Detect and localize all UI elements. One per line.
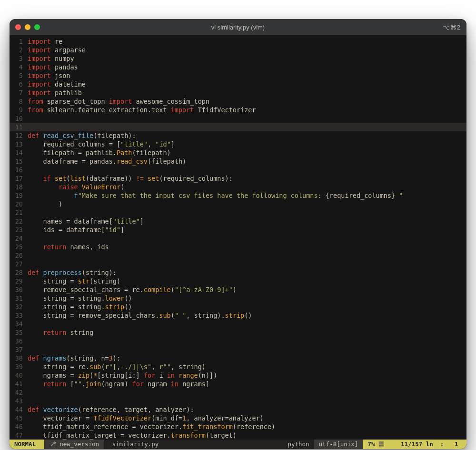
code-line[interactable]: 37 xyxy=(10,345,466,354)
code-line[interactable]: 34 xyxy=(10,320,466,328)
code-line[interactable]: 39 string = re.sub(r"[,-./]|\s", r"", st… xyxy=(10,362,466,371)
code-line[interactable]: 41 return ["".join(ngram) for ngram in n… xyxy=(10,380,466,388)
code-text xyxy=(28,234,462,243)
code-line[interactable]: 16 xyxy=(10,166,466,174)
status-percent: 7% ☰ xyxy=(363,440,389,449)
code-line[interactable]: 33 string = remove_special_chars.sub(" "… xyxy=(10,311,466,320)
code-line[interactable]: 13 required_columns = ["title", "id"] xyxy=(10,140,466,148)
code-text: ids = dataframe["id"] xyxy=(28,225,462,234)
code-text: string = string.strip() xyxy=(28,303,462,311)
code-line[interactable]: 44def vectorize(reference, target, analy… xyxy=(10,405,466,414)
code-line[interactable]: 42 xyxy=(10,388,466,397)
code-line[interactable]: 23 ids = dataframe["id"] xyxy=(10,225,466,234)
code-text: remove_special_chars = re.compile("[^a-z… xyxy=(28,285,462,294)
code-text: dataframe = pandas.read_csv(filepath) xyxy=(28,157,462,166)
code-line[interactable]: 31 string = string.lower() xyxy=(10,294,466,303)
code-line[interactable]: 21 xyxy=(10,208,466,217)
code-text xyxy=(28,337,462,345)
code-text: required_columns = ["title", "id"] xyxy=(28,140,462,148)
line-number: 35 xyxy=(10,328,28,337)
line-number: 20 xyxy=(10,200,28,208)
code-line[interactable]: 25 return names, ids xyxy=(10,243,466,251)
code-line[interactable]: 35 return string xyxy=(10,328,466,337)
code-text: import json xyxy=(28,71,462,80)
code-line[interactable]: 32 string = string.strip() xyxy=(10,303,466,311)
status-branch: ⎇ new_version xyxy=(44,440,104,449)
code-line[interactable]: 29 string = str(string) xyxy=(10,277,466,285)
minimize-icon[interactable] xyxy=(25,24,30,30)
line-number: 5 xyxy=(10,71,28,80)
code-line[interactable]: 15 dataframe = pandas.read_csv(filepath) xyxy=(10,157,466,166)
line-number: 14 xyxy=(10,148,28,157)
code-line[interactable]: 26 xyxy=(10,251,466,260)
code-text: def preprocess(string): xyxy=(28,268,462,277)
line-number: 24 xyxy=(10,234,28,243)
line-number: 39 xyxy=(10,362,28,371)
code-line[interactable]: 12def read_csv_file(filepath): xyxy=(10,131,466,140)
line-number: 25 xyxy=(10,243,28,251)
line-number: 46 xyxy=(10,422,28,431)
code-line[interactable]: 38def ngrams(string, n=3): xyxy=(10,354,466,362)
line-number: 47 xyxy=(10,431,28,440)
line-number: 42 xyxy=(10,388,28,397)
code-line[interactable]: 47 tfidf_matrix_target = vectorizer.tran… xyxy=(10,431,466,440)
code-text: string = re.sub(r"[,-./]|\s", r"", strin… xyxy=(28,362,462,371)
code-text: tfidf_matrix_reference = vectorizer.fit_… xyxy=(28,422,462,431)
code-line[interactable]: 9from sklearn.feature_extraction.text im… xyxy=(10,106,466,114)
code-line[interactable]: 30 remove_special_chars = re.compile("[^… xyxy=(10,285,466,294)
line-number: 22 xyxy=(10,217,28,225)
code-line[interactable]: 18 raise ValueError( xyxy=(10,183,466,191)
code-line[interactable]: 46 tfidf_matrix_reference = vectorizer.f… xyxy=(10,422,466,431)
code-line[interactable]: 1import re xyxy=(10,37,466,46)
code-line[interactable]: 17 if set(list(dataframe)) != set(requir… xyxy=(10,174,466,183)
code-line[interactable]: 28def preprocess(string): xyxy=(10,268,466,277)
code-line[interactable]: 24 xyxy=(10,234,466,243)
code-line[interactable]: 43 xyxy=(10,397,466,405)
code-text: ) xyxy=(28,200,462,208)
editor-viewport[interactable]: 1import re2import argparse3import numpy4… xyxy=(10,35,466,440)
code-line[interactable]: 19 f"Make sure that the input csv files … xyxy=(10,191,466,200)
line-number: 40 xyxy=(10,371,28,380)
line-number: 29 xyxy=(10,277,28,285)
line-number: 30 xyxy=(10,285,28,294)
code-text: f"Make sure that the input csv files hav… xyxy=(28,191,462,200)
code-line[interactable]: 20 ) xyxy=(10,200,466,208)
zoom-icon[interactable] xyxy=(34,24,40,30)
code-line[interactable]: 14 filepath = pathlib.Path(filepath) xyxy=(10,148,466,157)
code-text: import re xyxy=(28,37,462,46)
code-line[interactable]: 36 xyxy=(10,337,466,345)
code-line[interactable]: 11 xyxy=(10,123,466,131)
code-text: import pandas xyxy=(28,63,462,71)
line-number: 18 xyxy=(10,183,28,191)
code-line[interactable]: 3import numpy xyxy=(10,54,466,63)
code-text xyxy=(28,345,462,354)
code-text xyxy=(28,114,462,123)
code-line[interactable]: 27 xyxy=(10,260,466,268)
code-line[interactable]: 22 names = dataframe["title"] xyxy=(10,217,466,225)
code-line[interactable]: 2import argparse xyxy=(10,46,466,54)
code-line[interactable]: 40 ngrams = zip(*[string[i:] for i in ra… xyxy=(10,371,466,380)
code-line[interactable]: 4import pandas xyxy=(10,63,466,71)
line-number: 4 xyxy=(10,63,28,71)
code-line[interactable]: 5import json xyxy=(10,71,466,80)
git-branch-icon: ⎇ xyxy=(49,441,56,448)
code-text: names = dataframe["title"] xyxy=(28,217,462,225)
status-filetype: python xyxy=(283,440,314,449)
code-line[interactable]: 6import datetime xyxy=(10,80,466,88)
line-number: 9 xyxy=(10,106,28,114)
terminal-window: vi similarity.py (vim) ⌥⌘2 1import re2im… xyxy=(10,19,466,449)
code-text: vectorizer = TfidfVectorizer(min_df=1, a… xyxy=(28,414,462,422)
code-text: ngrams = zip(*[string[i:] for i in range… xyxy=(28,371,462,380)
code-line[interactable]: 8from sparse_dot_topn import awesome_cos… xyxy=(10,97,466,106)
line-number: 16 xyxy=(10,166,28,174)
code-text: raise ValueError( xyxy=(28,183,462,191)
close-icon[interactable] xyxy=(15,24,21,30)
code-text: import datetime xyxy=(28,80,462,88)
code-line[interactable]: 7import pathlib xyxy=(10,88,466,97)
line-number: 21 xyxy=(10,208,28,217)
code-text xyxy=(28,388,462,397)
code-line[interactable]: 10 xyxy=(10,114,466,123)
code-line[interactable]: 45 vectorizer = TfidfVectorizer(min_df=1… xyxy=(10,414,466,422)
line-number: 10 xyxy=(10,114,28,123)
line-number: 32 xyxy=(10,303,28,311)
